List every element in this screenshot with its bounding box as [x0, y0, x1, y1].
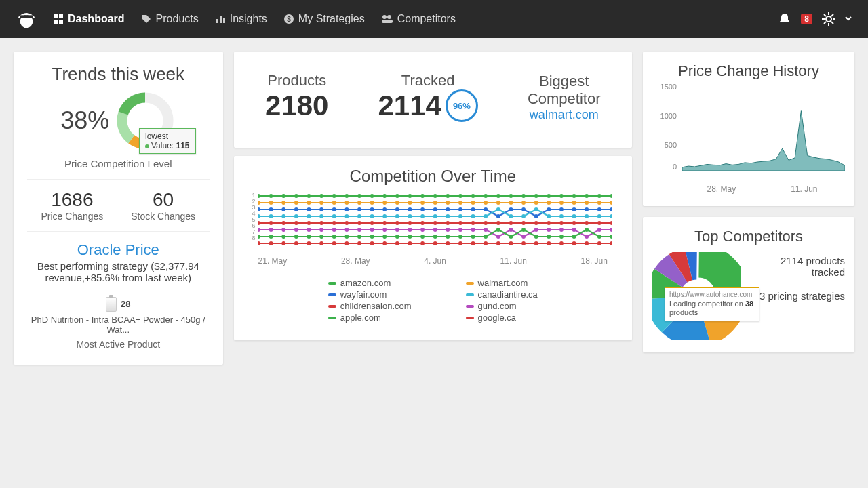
svg-text:$: $	[287, 16, 291, 23]
svg-point-219	[484, 235, 488, 239]
tc-stats: 2114 products tracked 3 pricing strategi…	[747, 252, 845, 302]
svg-point-223	[534, 235, 538, 239]
biggest-competitor-link[interactable]: walmart.com	[528, 108, 601, 122]
svg-point-212	[395, 235, 399, 239]
svg-point-103	[484, 207, 488, 211]
svg-point-71	[446, 201, 450, 205]
svg-point-132	[484, 214, 488, 218]
svg-point-114	[258, 214, 260, 218]
notification-badge[interactable]: 8	[801, 14, 812, 24]
svg-point-128	[433, 214, 437, 218]
svg-point-133	[496, 207, 500, 211]
nav-competitors[interactable]: Competitors	[381, 13, 456, 25]
svg-point-37	[382, 194, 387, 198]
product-count: 28	[121, 299, 130, 309]
nav-strategies[interactable]: $ My Strategies	[283, 13, 365, 25]
svg-point-77	[521, 201, 526, 205]
svg-point-89	[307, 207, 311, 211]
svg-point-46	[496, 194, 500, 198]
svg-line-21	[824, 22, 826, 24]
svg-point-252	[534, 241, 538, 245]
svg-point-251	[521, 241, 526, 245]
svg-point-198	[585, 235, 589, 239]
svg-point-55	[610, 194, 612, 198]
svg-point-196	[559, 228, 564, 232]
svg-point-226	[572, 235, 576, 239]
nav-products[interactable]: Products	[141, 13, 199, 25]
svg-point-88	[294, 207, 298, 211]
svg-point-172	[258, 228, 260, 232]
svg-point-170	[597, 221, 601, 225]
svg-point-110	[572, 207, 576, 211]
svg-point-232	[281, 241, 285, 245]
svg-point-194	[534, 228, 538, 232]
svg-point-63	[344, 201, 349, 205]
svg-line-19	[824, 14, 826, 16]
svg-point-61	[319, 201, 323, 205]
svg-point-43	[458, 194, 462, 198]
svg-point-169	[585, 221, 589, 225]
price-changes-stat[interactable]: 1686 Price Changes	[41, 189, 103, 222]
svg-point-68	[408, 201, 412, 205]
products-metric[interactable]: Products 2180	[265, 72, 328, 122]
svg-point-150	[344, 221, 349, 225]
svg-point-12	[387, 15, 391, 19]
svg-point-162	[496, 221, 500, 225]
svg-point-224	[547, 235, 551, 239]
svg-point-208	[344, 235, 349, 239]
svg-point-205	[307, 235, 311, 239]
svg-point-85	[258, 207, 260, 211]
svg-point-158	[446, 221, 450, 225]
cot-chart[interactable]: 12345678	[258, 192, 612, 253]
competition-pct: 38%	[60, 106, 109, 135]
chevron-down-icon[interactable]	[845, 16, 852, 22]
svg-point-122	[357, 214, 361, 218]
svg-rect-2	[54, 14, 58, 18]
svg-point-86	[269, 207, 273, 211]
svg-rect-8	[223, 18, 225, 23]
svg-point-165	[534, 221, 538, 225]
dollar-icon: $	[283, 14, 294, 24]
tracked-metric[interactable]: Tracked 2114 96%	[378, 72, 477, 122]
most-active-product-name[interactable]: PhD Nutrition - Intra BCAA+ Powder - 450…	[27, 314, 210, 335]
svg-rect-7	[220, 16, 222, 23]
svg-point-131	[471, 214, 475, 218]
nav-insights[interactable]: Insights	[215, 13, 267, 25]
svg-point-60	[307, 201, 311, 205]
gear-icon[interactable]	[822, 12, 835, 26]
nav-dashboard[interactable]: Dashboard	[53, 13, 125, 25]
svg-point-250	[509, 241, 513, 245]
svg-point-241	[395, 241, 399, 245]
svg-point-176	[307, 228, 311, 232]
svg-point-136	[534, 207, 538, 211]
pie-tooltip: https://www.autohance.com Leading compet…	[665, 287, 760, 321]
history-xaxis: 28. May11. Jun	[679, 184, 845, 194]
svg-point-237	[344, 241, 349, 245]
svg-point-111	[585, 207, 589, 211]
svg-point-134	[509, 214, 513, 218]
best-strategy-link[interactable]: Oracle Price	[27, 241, 210, 259]
svg-point-225	[559, 235, 564, 239]
svg-point-159	[458, 221, 462, 225]
svg-point-254	[559, 241, 564, 245]
tc-title: Top Competitors	[652, 228, 845, 245]
svg-point-106	[521, 207, 526, 211]
tracked-pct-ring: 96%	[446, 89, 478, 122]
stock-changes-stat[interactable]: 60 Stock Changes	[131, 189, 195, 222]
svg-point-57	[269, 201, 273, 205]
svg-point-229	[610, 235, 612, 239]
history-chart[interactable]: 1500 1000 500 0	[652, 83, 845, 184]
svg-point-53	[585, 194, 589, 198]
svg-point-104	[496, 214, 500, 218]
bell-icon[interactable]	[778, 12, 791, 26]
svg-point-160	[471, 221, 475, 225]
svg-point-38	[395, 194, 399, 198]
svg-point-84	[610, 201, 612, 205]
svg-point-52	[572, 194, 576, 198]
svg-point-207	[332, 235, 336, 239]
svg-point-44	[471, 194, 475, 198]
svg-point-258	[610, 241, 612, 245]
svg-point-166	[547, 221, 551, 225]
svg-point-188	[458, 228, 462, 232]
svg-point-164	[521, 221, 526, 225]
